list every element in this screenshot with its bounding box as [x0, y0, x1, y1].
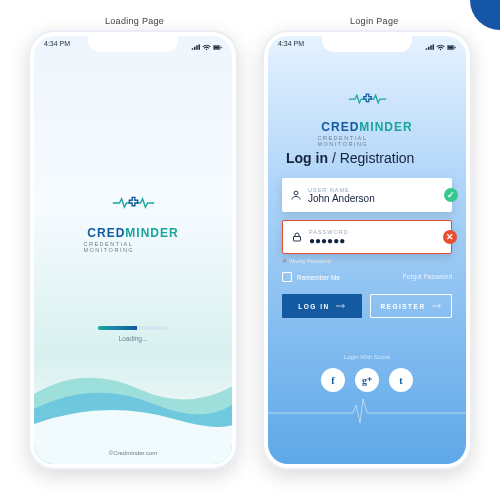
password-field-card[interactable]: PASSWORD ✕	[282, 220, 452, 254]
status-indicators	[191, 40, 222, 54]
brand-logo-block: CREDMINDER CREDENTIAL MONITORING	[84, 186, 183, 253]
remember-me-checkbox[interactable]: Remember Me	[282, 272, 340, 282]
brand-logo-block: CREDMINDER CREDENTIAL MONITORING	[318, 84, 417, 147]
facebook-button[interactable]: f	[321, 368, 345, 392]
register-button[interactable]: REGISTER	[370, 294, 452, 318]
google-icon: g⁺	[362, 375, 372, 386]
svg-rect-1	[214, 46, 220, 49]
login-button-label: LOG IN	[298, 303, 329, 310]
username-valid-icon: ✓	[444, 188, 458, 202]
button-row: LOG IN REGISTER	[282, 294, 452, 318]
arrow-right-icon	[336, 303, 346, 309]
username-input[interactable]	[308, 193, 435, 204]
title-login: Log in	[286, 150, 328, 166]
remember-label: Remember Me	[297, 274, 340, 281]
arrow-right-icon	[432, 303, 442, 309]
loading-phone-frame: 4:34 PM CREDMINDER CREDENTIAL MONITORING…	[28, 30, 238, 470]
google-button[interactable]: g⁺	[355, 368, 379, 392]
password-error-icon: ✕	[443, 230, 457, 244]
lock-icon	[291, 231, 303, 243]
social-login-label: Login With Social	[344, 354, 390, 360]
svg-rect-5	[455, 46, 456, 47]
login-title: Log in / Registration	[286, 150, 414, 166]
login-button[interactable]: LOG IN	[282, 294, 362, 318]
loading-page-label: Loading Page	[105, 16, 164, 26]
password-input[interactable]	[309, 235, 436, 246]
login-screen: 4:34 PM CREDMINDER CREDENTIAL MONITORING…	[268, 36, 466, 464]
status-indicators	[425, 40, 456, 54]
svg-rect-4	[448, 46, 454, 49]
logo-cross-icon	[112, 186, 154, 220]
brand-part2: MINDER	[125, 226, 178, 240]
phone-notch	[322, 36, 412, 52]
decorative-corner-circle	[470, 0, 500, 30]
ekg-line-decoration	[268, 398, 466, 428]
wave-decoration	[34, 354, 232, 464]
status-time: 4:34 PM	[44, 40, 70, 54]
checkbox-box[interactable]	[282, 272, 292, 282]
footer-url: ©Credminder.com	[109, 450, 157, 456]
twitter-icon: t	[399, 375, 402, 386]
password-error-message: ✕Wrong Password	[282, 258, 331, 264]
error-x-icon: ✕	[282, 258, 287, 264]
svg-point-6	[294, 191, 298, 195]
username-field-card[interactable]: USER NAME ✓	[282, 178, 452, 212]
title-registration: Registration	[340, 150, 415, 166]
svg-rect-7	[294, 237, 301, 242]
loading-screen: 4:34 PM CREDMINDER CREDENTIAL MONITORING…	[34, 36, 232, 464]
wifi-icon	[436, 44, 445, 51]
brand-tagline: CREDENTIAL MONITORING	[84, 241, 183, 253]
login-page-label: Login Page	[350, 16, 399, 26]
facebook-icon: f	[331, 375, 334, 386]
status-time: 4:34 PM	[278, 40, 304, 54]
login-phone-frame: 4:34 PM CREDMINDER CREDENTIAL MONITORING…	[262, 30, 472, 470]
twitter-button[interactable]: t	[389, 368, 413, 392]
user-icon	[290, 189, 302, 201]
register-button-label: REGISTER	[380, 303, 425, 310]
brand-wordmark: CREDMINDER	[321, 120, 412, 134]
logo-cross-icon	[348, 84, 386, 114]
loading-label: Loading...	[98, 335, 168, 342]
battery-icon	[213, 44, 222, 51]
title-sep: /	[328, 150, 340, 166]
loading-progress: Loading...	[98, 326, 168, 342]
brand-part1: CRED	[321, 120, 359, 134]
signal-icon	[425, 44, 434, 51]
forgot-password-link[interactable]: Forgot Password	[403, 273, 452, 280]
social-button-row: f g⁺ t	[321, 368, 413, 392]
brand-wordmark: CREDMINDER	[87, 226, 178, 240]
battery-icon	[447, 44, 456, 51]
brand-part1: CRED	[87, 226, 125, 240]
signal-icon	[191, 44, 200, 51]
brand-tagline: CREDENTIAL MONITORING	[318, 135, 417, 147]
phone-notch	[88, 36, 178, 52]
svg-rect-2	[221, 46, 222, 47]
brand-part2: MINDER	[359, 120, 412, 134]
wifi-icon	[202, 44, 211, 51]
